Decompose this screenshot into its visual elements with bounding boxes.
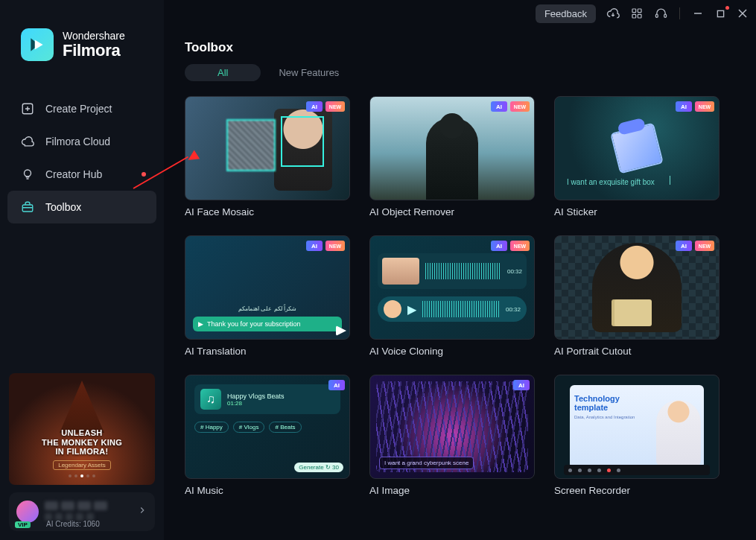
card-thumbnail: AINEW <box>369 96 535 200</box>
ai-badge-icon: AI <box>676 241 692 251</box>
ai-badge-icon: AI <box>513 380 530 390</box>
minimize-button[interactable] <box>692 7 704 19</box>
promo-title: UNLEASH THE MONKEY KING IN FILMORA! <box>42 428 122 457</box>
bulb-icon <box>21 168 34 181</box>
user-info <box>45 501 131 522</box>
notification-dot-icon <box>142 172 146 177</box>
sidebar-item-label: Create Project <box>45 103 112 115</box>
svg-rect-12 <box>22 205 33 212</box>
ai-credits-label: AI Credits: 1060 <box>46 520 100 528</box>
svg-rect-5 <box>664 14 666 17</box>
support-icon[interactable] <box>654 7 667 20</box>
promo-banner[interactable]: UNLEASH THE MONKEY KING IN FILMORA! Lege… <box>9 373 155 485</box>
card-title: AI Music <box>185 485 350 496</box>
tool-card-screen-recorder[interactable]: Technology templateData, Analytics and I… <box>554 375 720 496</box>
sidebar-item-label: Filmora Cloud <box>45 136 110 147</box>
svg-rect-0 <box>632 9 636 13</box>
tool-card-ai-image[interactable]: AI I want a grand cyberpunk scene AI Ima… <box>369 375 535 496</box>
promo-subtitle: Legendary Assets <box>53 460 111 470</box>
vip-badge: VIP <box>15 521 31 528</box>
carousel-dots[interactable] <box>69 474 95 477</box>
svg-rect-7 <box>717 10 723 16</box>
card-thumbnail: Technology templateData, Analytics and I… <box>554 375 720 479</box>
sidebar-item-create-project[interactable]: Create Project <box>7 92 156 125</box>
svg-rect-1 <box>638 9 641 13</box>
card-title: AI Image <box>369 485 535 496</box>
chevron-right-icon[interactable] <box>137 505 147 518</box>
sidebar-item-creator-hub[interactable]: Creator Hub <box>7 158 156 191</box>
card-thumbnail: AI I want a grand cyberpunk scene <box>369 375 535 479</box>
svg-rect-2 <box>632 14 636 18</box>
ai-badge-icon: AI <box>676 101 692 112</box>
card-thumbnail: AINEW I want an exquisite gift box <box>554 96 720 200</box>
tool-card-ai-voice-cloning[interactable]: AINEW 00:32 ▶00:32 AI Voice Cloning <box>369 235 535 357</box>
main-content: Toolbox All New Features AINEW AI Face M… <box>164 27 756 540</box>
record-bar-icon <box>564 465 710 475</box>
ai-badge-icon: AI <box>491 241 507 251</box>
card-title: AI Face Mosaic <box>185 206 350 217</box>
sidebar-item-toolbox[interactable]: Toolbox <box>7 191 156 223</box>
ai-badge-icon: AI <box>306 241 323 251</box>
close-button[interactable] <box>737 7 749 19</box>
tool-card-ai-translation[interactable]: AINEW شكراً لكم على اهتمامكم ▶Thank you … <box>185 235 350 357</box>
card-title: AI Translation <box>185 346 350 357</box>
card-thumbnail: AINEW <box>554 235 720 340</box>
svg-rect-4 <box>655 14 658 17</box>
card-title: AI Portrait Cutout <box>554 346 720 357</box>
tool-card-ai-object-remover[interactable]: AINEW AI Object Remover <box>369 96 535 217</box>
sidebar-item-label: Toolbox <box>45 201 81 213</box>
cloud-download-icon[interactable] <box>606 7 620 20</box>
card-title: AI Object Remover <box>369 206 535 217</box>
card-thumbnail: AINEW شكراً لكم على اهتمامكم ▶Thank you … <box>185 235 350 340</box>
new-badge-icon: NEW <box>695 101 714 112</box>
card-thumbnail: AINEW 00:32 ▶00:32 <box>369 235 535 340</box>
logo-mark-icon <box>21 28 54 61</box>
apps-grid-icon[interactable] <box>630 7 644 20</box>
toolbox-icon <box>21 200 34 214</box>
cloud-icon <box>21 135 34 148</box>
sidebar: Wondershare Filmora Create Project Filmo… <box>0 0 164 540</box>
tab-new-features[interactable]: New Features <box>279 67 339 78</box>
new-badge-icon: NEW <box>510 101 530 112</box>
svg-rect-3 <box>638 14 641 18</box>
thumb-caption: I want an exquisite gift box <box>567 178 655 186</box>
tab-all[interactable]: All <box>185 64 261 81</box>
card-title: Screen Recorder <box>554 485 720 496</box>
card-thumbnail: AI ♫Happy Vlogs Beats01:28 # Happy # Vlo… <box>185 375 350 479</box>
divider <box>679 7 680 19</box>
avatar-icon <box>16 501 39 523</box>
brand-line1: Wondershare <box>63 31 125 42</box>
feedback-button[interactable]: Feedback <box>536 4 596 23</box>
brand-logo: Wondershare Filmora <box>0 22 164 79</box>
card-title: AI Sticker <box>554 206 720 217</box>
card-thumbnail: AINEW <box>185 96 350 200</box>
update-dot-icon <box>725 6 729 10</box>
tool-card-ai-music[interactable]: AI ♫Happy Vlogs Beats01:28 # Happy # Vlo… <box>185 375 350 496</box>
generate-badge: Generate ↻ 30 <box>294 463 343 472</box>
sidebar-item-filmora-cloud[interactable]: Filmora Cloud <box>7 125 156 158</box>
tool-card-ai-portrait-cutout[interactable]: AINEW AI Portrait Cutout <box>554 235 720 357</box>
sidebar-item-label: Creator Hub <box>45 168 102 180</box>
user-profile-row[interactable]: VIP AI Credits: 1060 <box>9 492 155 531</box>
page-title: Toolbox <box>185 40 735 55</box>
tool-card-ai-face-mosaic[interactable]: AINEW AI Face Mosaic <box>185 96 350 217</box>
ai-badge-icon: AI <box>491 101 507 112</box>
new-badge-icon: NEW <box>325 241 345 251</box>
brand-line2: Filmora <box>63 42 125 59</box>
thumb-caption: I want a grand cyberpunk scene <box>379 457 474 469</box>
new-badge-icon: NEW <box>510 241 530 251</box>
ai-badge-icon: AI <box>306 101 323 112</box>
maximize-button[interactable] <box>714 7 726 19</box>
new-badge-icon: NEW <box>325 101 345 112</box>
tool-card-ai-sticker[interactable]: AINEW I want an exquisite gift box AI St… <box>554 96 720 217</box>
plus-square-icon <box>21 102 34 115</box>
ai-badge-icon: AI <box>328 380 345 390</box>
svg-point-11 <box>25 170 31 177</box>
card-title: AI Voice Cloning <box>369 346 535 357</box>
new-badge-icon: NEW <box>695 241 714 251</box>
